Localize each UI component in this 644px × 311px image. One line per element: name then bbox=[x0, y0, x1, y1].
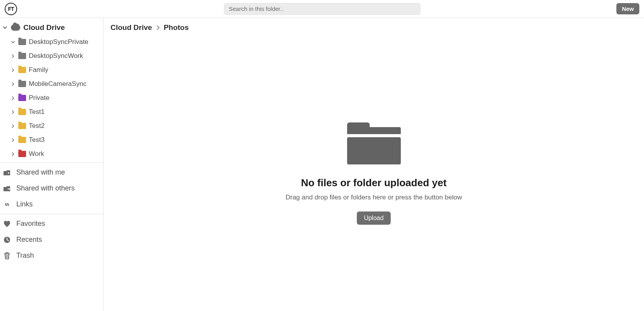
link-icon bbox=[3, 201, 11, 208]
divider bbox=[0, 214, 103, 214]
shared-with-me-icon bbox=[3, 169, 11, 176]
chevron-down-icon bbox=[2, 25, 8, 30]
sidebar-folder-label: Test3 bbox=[29, 136, 45, 144]
chevron-right-icon bbox=[10, 67, 16, 73]
sidebar-folder-work[interactable]: Work bbox=[9, 147, 103, 161]
sidebar-nav-label: Recents bbox=[16, 236, 42, 244]
sidebar-folder-label: DesktopSyncWork bbox=[29, 52, 83, 60]
shared-with-others-icon bbox=[3, 185, 11, 192]
search-wrap bbox=[224, 3, 420, 15]
sidebar-folder-mobilecamerasync[interactable]: MobileCameraSync bbox=[9, 77, 103, 91]
sidebar-folder-private[interactable]: Private bbox=[9, 91, 103, 105]
new-button[interactable]: New bbox=[616, 3, 639, 14]
chevron-right-icon bbox=[10, 137, 16, 143]
sidebar-folder-test3[interactable]: Test3 bbox=[9, 133, 103, 147]
sidebar-folder-test2[interactable]: Test2 bbox=[9, 119, 103, 133]
main-area: Cloud Drive Photos No files or folder up… bbox=[104, 18, 644, 311]
shell: Cloud Drive DesktopSyncPrivate DesktopSy… bbox=[0, 18, 644, 311]
sidebar-nav-links[interactable]: Links bbox=[0, 196, 103, 212]
empty-state-title: No files or folder uploaded yet bbox=[301, 177, 446, 189]
sidebar-folder-label: Work bbox=[29, 150, 44, 158]
sidebar-folder-label: DesktopSyncPrivate bbox=[29, 38, 88, 46]
sidebar: Cloud Drive DesktopSyncPrivate DesktopSy… bbox=[0, 18, 104, 311]
sidebar-nav-recents[interactable]: Recents bbox=[0, 232, 103, 248]
sidebar-folder-test1[interactable]: Test1 bbox=[9, 105, 103, 119]
sidebar-folder-desktopsyncwork[interactable]: DesktopSyncWork bbox=[9, 49, 103, 63]
breadcrumb-item-root[interactable]: Cloud Drive bbox=[111, 23, 152, 32]
folder-icon bbox=[18, 109, 26, 115]
breadcrumb-item-current[interactable]: Photos bbox=[164, 23, 189, 32]
sidebar-root-cloud-drive[interactable]: Cloud Drive bbox=[0, 20, 103, 35]
sidebar-nav-shared-with-me[interactable]: Shared with me bbox=[0, 164, 103, 180]
upload-button[interactable]: Upload bbox=[357, 211, 391, 225]
sidebar-nav-shared-with-others[interactable]: Shared with others bbox=[0, 180, 103, 196]
sidebar-nav-label: Shared with others bbox=[16, 184, 75, 192]
folder-icon bbox=[18, 53, 26, 59]
chevron-right-icon bbox=[10, 95, 16, 101]
chevron-right-icon bbox=[10, 109, 16, 115]
chevron-right-icon bbox=[10, 151, 16, 157]
sidebar-nav-label: Shared with me bbox=[16, 168, 65, 176]
topbar: FT New bbox=[0, 0, 644, 18]
chevron-right-icon bbox=[10, 123, 16, 129]
clock-icon bbox=[3, 236, 11, 244]
sidebar-folder-family[interactable]: Family bbox=[9, 63, 103, 77]
empty-state[interactable]: No files or folder uploaded yet Drag and… bbox=[104, 36, 644, 311]
sidebar-folder-label: Private bbox=[29, 94, 49, 102]
chevron-right-icon bbox=[156, 25, 160, 30]
app-logo-text: FT bbox=[8, 6, 14, 12]
sidebar-folder-list: DesktopSyncPrivate DesktopSyncWork Famil… bbox=[0, 35, 103, 161]
app-logo[interactable]: FT bbox=[5, 3, 17, 15]
chevron-down-icon bbox=[10, 39, 16, 45]
sidebar-folder-label: Test2 bbox=[29, 122, 45, 130]
sidebar-root-label: Cloud Drive bbox=[23, 23, 65, 32]
divider bbox=[0, 162, 103, 163]
empty-folder-icon bbox=[347, 122, 401, 164]
chevron-right-icon bbox=[10, 81, 16, 87]
folder-icon bbox=[18, 137, 26, 143]
chevron-right-icon bbox=[10, 53, 16, 59]
sidebar-nav-label: Trash bbox=[16, 252, 34, 260]
trash-icon bbox=[3, 252, 11, 260]
breadcrumb: Cloud Drive Photos bbox=[104, 18, 644, 36]
folder-icon bbox=[18, 95, 26, 101]
sidebar-nav-label: Links bbox=[16, 200, 33, 208]
heart-icon bbox=[3, 220, 11, 227]
sidebar-nav-label: Favorites bbox=[16, 220, 45, 228]
search-input[interactable] bbox=[224, 3, 420, 15]
sidebar-nav-favorites[interactable]: Favorites bbox=[0, 216, 103, 232]
cloud-icon bbox=[11, 24, 20, 31]
folder-icon bbox=[18, 123, 26, 129]
sidebar-folder-label: MobileCameraSync bbox=[29, 80, 86, 88]
sidebar-folder-label: Family bbox=[29, 66, 48, 74]
sidebar-folder-desktopsyncprivate[interactable]: DesktopSyncPrivate bbox=[9, 35, 103, 49]
sidebar-folder-label: Test1 bbox=[29, 108, 45, 116]
folder-icon bbox=[18, 81, 26, 87]
folder-icon bbox=[18, 151, 26, 157]
folder-icon bbox=[18, 39, 26, 45]
folder-icon bbox=[18, 67, 26, 73]
empty-state-subtitle: Drag and drop files or folders here or p… bbox=[286, 194, 462, 201]
sidebar-nav-trash[interactable]: Trash bbox=[0, 248, 103, 264]
